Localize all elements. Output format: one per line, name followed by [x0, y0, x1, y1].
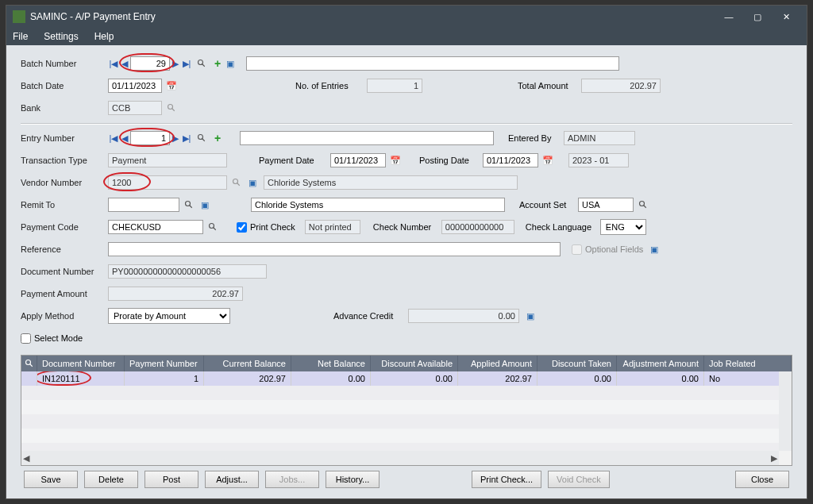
batch-desc-input[interactable] [246, 56, 619, 71]
svg-point-2 [168, 105, 173, 110]
optional-fields-checkbox [572, 244, 582, 255]
vendor-number-label: Vendor Number [21, 178, 108, 187]
add-icon[interactable]: + [211, 132, 224, 144]
remit-to-name-input[interactable] [251, 198, 505, 212]
search-icon[interactable] [195, 132, 208, 144]
close-button[interactable]: Close [735, 471, 789, 488]
zoom-icon[interactable]: ▣ [198, 198, 211, 211]
zoom-icon[interactable]: ▣ [524, 310, 537, 322]
calendar-icon[interactable]: 📅 [541, 154, 554, 167]
account-set-input[interactable] [578, 198, 634, 212]
add-icon[interactable]: + [211, 57, 224, 70]
prev-icon[interactable]: ◀ [119, 57, 130, 70]
col-payment-number[interactable]: Payment Number [125, 356, 204, 371]
menu-help[interactable]: Help [94, 31, 114, 42]
zoom-icon[interactable]: ▣ [246, 176, 259, 189]
col-adjustment-amount[interactable]: Adjustment Amount [617, 356, 704, 371]
svg-point-0 [198, 60, 203, 65]
transaction-type-label: Transaction Type [21, 156, 108, 165]
save-button[interactable]: Save [24, 471, 78, 488]
reference-label: Reference [21, 244, 108, 254]
total-amount-label: Total Amount [518, 81, 581, 90]
detail-grid[interactable]: Document Number Payment Number Current B… [21, 355, 792, 466]
next-icon[interactable]: ▶ [170, 57, 181, 70]
cell-adj: 0.00 [617, 371, 704, 386]
col-net-balance[interactable]: Net Balance [291, 356, 371, 371]
last-icon[interactable]: ▶| [181, 57, 192, 70]
horizontal-scrollbar[interactable]: ◀▶ [21, 451, 779, 465]
search-icon[interactable] [25, 357, 34, 370]
search-icon[interactable] [195, 57, 208, 70]
search-icon[interactable] [165, 102, 178, 114]
cell-disc-avail: 0.00 [371, 371, 458, 386]
svg-point-10 [640, 202, 645, 206]
batch-date-input[interactable] [108, 79, 162, 93]
bank-label: Bank [21, 103, 108, 113]
print-check-checkbox[interactable] [237, 222, 247, 233]
cell-pay-num: 1 [125, 371, 204, 386]
col-discount-taken[interactable]: Discount Taken [538, 356, 617, 371]
vendor-number-field [108, 175, 227, 190]
cell-disc-taken: 0.00 [538, 371, 617, 386]
first-icon[interactable]: |◀ [108, 57, 119, 70]
search-icon[interactable] [230, 176, 243, 189]
posting-date-input[interactable] [483, 153, 538, 167]
post-button[interactable]: Post [144, 471, 198, 488]
print-check-button[interactable]: Print Check... [472, 471, 541, 488]
batch-number-label: Batch Number [21, 59, 108, 68]
table-row [21, 400, 792, 414]
menu-bar: File Settings Help [6, 28, 807, 45]
select-mode-checkbox[interactable] [21, 333, 31, 344]
adjust-button[interactable]: Adjust... [205, 471, 259, 488]
remit-to-input[interactable] [108, 198, 179, 212]
svg-point-12 [210, 224, 214, 229]
col-applied-amount[interactable]: Applied Amount [458, 356, 538, 371]
history-button[interactable]: History... [326, 471, 380, 488]
posting-date-label: Posting Date [419, 156, 483, 165]
svg-point-4 [198, 135, 203, 140]
col-doc-number[interactable]: Document Number [37, 356, 125, 371]
first-icon[interactable]: |◀ [108, 132, 119, 144]
payment-code-label: Payment Code [21, 222, 108, 232]
svg-point-8 [186, 202, 191, 206]
calendar-icon[interactable]: 📅 [389, 154, 402, 167]
payment-code-input[interactable] [108, 220, 203, 234]
payment-date-input[interactable] [330, 153, 386, 167]
svg-line-9 [190, 206, 192, 208]
maximize-button[interactable]: ▢ [743, 6, 772, 28]
svg-line-7 [237, 183, 240, 186]
cell-net-bal: 0.00 [291, 371, 371, 386]
delete-button[interactable]: Delete [84, 471, 138, 488]
table-row[interactable]: IN120111 1 202.97 0.00 0.00 202.97 0.00 … [21, 371, 792, 386]
batch-date-label: Batch Date [21, 81, 108, 90]
bank-field [108, 101, 162, 115]
zoom-icon[interactable]: ▣ [648, 243, 661, 256]
menu-settings[interactable]: Settings [44, 31, 78, 42]
col-job-related[interactable]: Job Related [704, 356, 792, 371]
prev-icon[interactable]: ◀ [119, 132, 130, 144]
col-current-balance[interactable]: Current Balance [204, 356, 291, 371]
next-icon[interactable]: ▶ [170, 132, 181, 144]
reference-input[interactable] [108, 242, 561, 256]
apply-method-select[interactable]: Prorate by Amount [108, 308, 230, 324]
close-window-button[interactable]: ✕ [772, 6, 800, 28]
check-language-select[interactable]: ENG [600, 219, 646, 235]
svg-line-3 [172, 109, 175, 111]
entry-number-input[interactable] [130, 131, 170, 145]
vertical-scrollbar[interactable] [779, 371, 792, 451]
last-icon[interactable]: ▶| [181, 132, 192, 144]
payment-date-label: Payment Date [259, 156, 330, 165]
search-icon[interactable] [637, 198, 649, 211]
minimize-button[interactable]: — [715, 6, 743, 28]
search-icon[interactable] [206, 221, 219, 233]
search-icon[interactable] [183, 198, 195, 211]
period-field [568, 153, 629, 167]
entry-number-label: Entry Number [21, 133, 108, 143]
batch-number-input[interactable] [130, 56, 170, 71]
zoom-icon[interactable]: ▣ [224, 57, 237, 70]
entry-desc-input[interactable] [240, 131, 494, 145]
transaction-type-field [108, 153, 227, 167]
calendar-icon[interactable]: 📅 [165, 79, 178, 92]
menu-file[interactable]: File [13, 31, 28, 42]
col-discount-available[interactable]: Discount Available [371, 356, 458, 371]
